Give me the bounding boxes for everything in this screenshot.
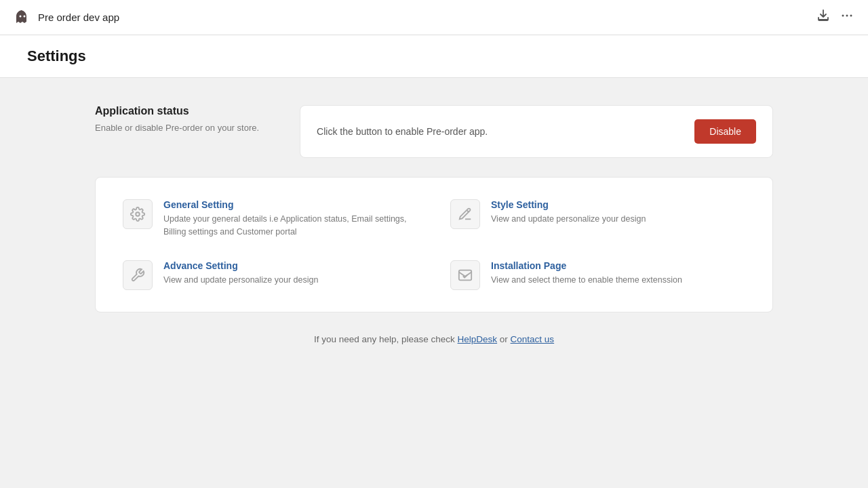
svg-point-0 bbox=[20, 15, 22, 17]
app-status-card-text: Click the button to enable Pre-order app… bbox=[317, 126, 488, 137]
advance-setting-text: Advance Setting View and update personal… bbox=[163, 260, 318, 287]
topbar-right bbox=[816, 8, 854, 26]
installation-page-description: View and select theme to enable theme ex… bbox=[491, 274, 682, 287]
advance-setting-title: Advance Setting bbox=[163, 260, 318, 271]
topbar-left: Pre order dev app bbox=[14, 9, 119, 26]
app-status-description: Enable or disable Pre-order on your stor… bbox=[95, 123, 259, 133]
app-logo-icon bbox=[14, 9, 31, 26]
settings-item-advance[interactable]: Advance Setting View and update personal… bbox=[123, 260, 418, 290]
svg-rect-6 bbox=[459, 270, 471, 280]
main-content: Application status Enable or disable Pre… bbox=[0, 78, 868, 371]
style-icon bbox=[450, 199, 480, 229]
general-setting-text: General Setting Update your general deta… bbox=[163, 199, 418, 239]
helpdesk-link[interactable]: HelpDesk bbox=[458, 334, 498, 344]
svg-point-3 bbox=[846, 15, 848, 17]
svg-point-1 bbox=[24, 15, 26, 17]
settings-item-general[interactable]: General Setting Update your general deta… bbox=[123, 199, 418, 239]
settings-item-style[interactable]: Style Setting View and update personaliz… bbox=[450, 199, 745, 239]
general-setting-description: Update your general details i.e Applicat… bbox=[163, 213, 418, 239]
style-setting-title: Style Setting bbox=[491, 199, 646, 210]
tools-icon bbox=[123, 260, 153, 290]
advance-setting-description: View and update personalize your design bbox=[163, 274, 318, 287]
installation-page-title: Installation Page bbox=[491, 260, 682, 271]
contact-link[interactable]: Contact us bbox=[511, 334, 555, 344]
svg-point-2 bbox=[842, 15, 844, 17]
page-title: Settings bbox=[27, 47, 841, 65]
settings-card: General Setting Update your general deta… bbox=[95, 177, 773, 312]
disable-button[interactable]: Disable bbox=[694, 119, 756, 144]
settings-grid: General Setting Update your general deta… bbox=[123, 199, 745, 290]
help-text-middle: or bbox=[497, 334, 511, 344]
app-status-card: Click the button to enable Pre-order app… bbox=[300, 105, 773, 158]
more-options-icon[interactable] bbox=[840, 8, 854, 26]
general-setting-title: General Setting bbox=[163, 199, 418, 210]
topbar: Pre order dev app bbox=[0, 0, 868, 35]
app-status-heading: Application status bbox=[95, 105, 259, 117]
svg-point-4 bbox=[850, 15, 852, 17]
installation-page-text: Installation Page View and select theme … bbox=[491, 260, 682, 287]
install-icon[interactable] bbox=[816, 9, 830, 26]
gear-icon bbox=[123, 199, 153, 229]
style-setting-description: View and update personalize your design bbox=[491, 213, 646, 226]
envelope-check-icon bbox=[450, 260, 480, 290]
topbar-app-title: Pre order dev app bbox=[38, 12, 119, 23]
page-header: Settings bbox=[0, 35, 868, 78]
help-text: If you need any help, please check HelpD… bbox=[95, 334, 773, 344]
help-text-before: If you need any help, please check bbox=[314, 334, 458, 344]
style-setting-text: Style Setting View and update personaliz… bbox=[491, 199, 646, 226]
app-status-section: Application status Enable or disable Pre… bbox=[95, 105, 773, 158]
app-status-label: Application status Enable or disable Pre… bbox=[95, 105, 259, 133]
svg-point-5 bbox=[136, 212, 140, 216]
settings-item-installation[interactable]: Installation Page View and select theme … bbox=[450, 260, 745, 290]
